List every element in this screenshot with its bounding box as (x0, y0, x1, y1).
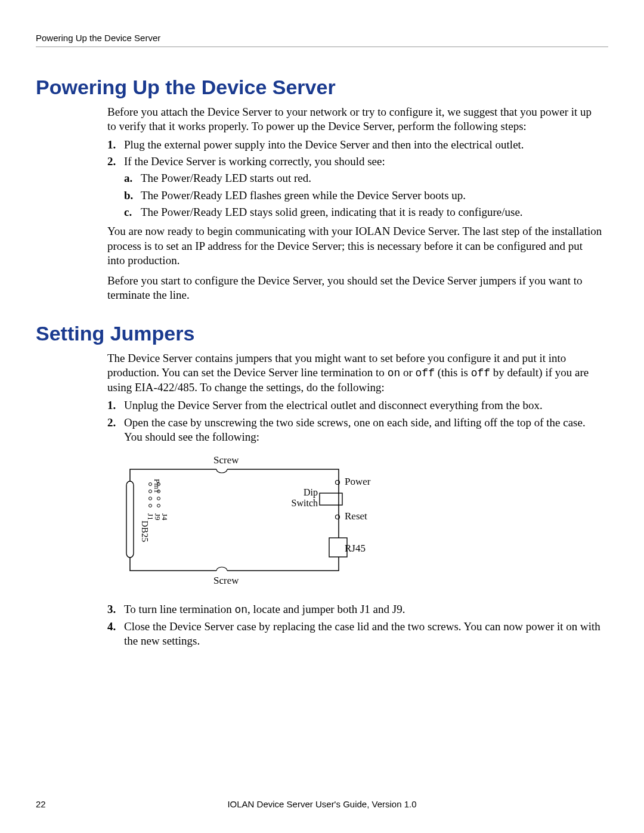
label-screw-bottom: Screw (213, 575, 239, 586)
svg-rect-2 (216, 569, 227, 572)
svg-point-5 (149, 490, 152, 493)
section1-steps: 1. Plug the external power supply into t… (107, 138, 602, 222)
label-dip: Dip (304, 487, 318, 498)
section2-body: The Device Server contains jumpers that … (107, 351, 602, 649)
label-switch: Switch (292, 498, 318, 508)
section2-steps: 1. Unplug the Device Server from the ele… (107, 398, 602, 444)
step2-lead: If the Device Server is working correctl… (124, 155, 385, 168)
board-diagram-svg: Screw Screw DB25 (124, 451, 374, 589)
svg-point-4 (149, 483, 152, 486)
list-text: Unplug the Device Server from the electr… (124, 398, 602, 413)
section1-step2a: a. The Power/Ready LED starts out red. (124, 171, 602, 185)
section2-step2: 2. Open the case by unscrewing the two s… (107, 416, 602, 445)
section1-step2b: b. The Power/Ready LED flashes green whi… (124, 188, 602, 203)
list-text: Open the case by unscrewing the two side… (124, 416, 602, 445)
list-marker: c. (124, 205, 141, 219)
label-reset: Reset (345, 510, 367, 522)
heading-setting-jumpers: Setting Jumpers (36, 322, 608, 345)
intro-part: (this is (435, 366, 471, 379)
section1-step2c: c. The Power/Ready LED stays solid green… (124, 205, 602, 219)
board-diagram: Screw Screw DB25 (124, 451, 602, 592)
section1-substeps: a. The Power/Ready LED starts out red. b… (124, 171, 602, 219)
svg-rect-1 (216, 468, 227, 470)
label-pin1: Pin1 (153, 479, 162, 493)
section1-outro2: Before you start to configure the Device… (107, 274, 602, 303)
label-rj45: RJ45 (345, 543, 366, 554)
section2-step1: 1. Unplug the Device Server from the ele… (107, 398, 602, 413)
list-text: The Power/Ready LED starts out red. (141, 171, 602, 185)
svg-point-11 (157, 504, 160, 507)
label-screw-top: Screw (213, 454, 239, 466)
code-on: on (388, 367, 401, 379)
page-number: 22 (36, 799, 107, 809)
list-marker: 2. (107, 154, 124, 222)
label-db25: DB25 (140, 521, 150, 542)
page-footer: 22 IOLAN Device Server User's Guide, Ver… (36, 799, 608, 809)
list-marker: a. (124, 171, 141, 185)
heading-powering-up: Powering Up the Device Server (36, 76, 608, 99)
section1-body: Before you attach the Device Server to y… (107, 105, 602, 303)
section1-outro1: You are now ready to begin communicating… (107, 224, 602, 268)
list-marker: 1. (107, 398, 124, 413)
step3-part: , locate and jumper both J1 and J9. (247, 603, 405, 615)
list-text: To turn line termination on, locate and … (124, 602, 602, 617)
list-text: Close the Device Server case by replacin… (124, 620, 602, 649)
label-power: Power (345, 476, 371, 487)
document-page: Powering Up the Device Server Powering U… (0, 0, 644, 833)
code-off: off (471, 367, 490, 379)
list-marker: 3. (107, 602, 124, 617)
footer-text: IOLAN Device Server User's Guide, Versio… (107, 799, 608, 809)
label-j4: J4 (160, 513, 169, 521)
section2-step3: 3. To turn line termination on, locate a… (107, 602, 602, 617)
svg-point-6 (149, 497, 152, 500)
section1-step1: 1. Plug the external power supply into t… (107, 138, 602, 152)
svg-point-10 (157, 497, 160, 500)
list-text: The Power/Ready LED stays solid green, i… (141, 205, 602, 219)
section1-step2: 2. If the Device Server is working corre… (107, 154, 602, 222)
step3-part: To turn line termination (124, 603, 234, 615)
list-marker: 4. (107, 620, 124, 649)
svg-point-7 (149, 504, 152, 507)
running-head: Powering Up the Device Server (36, 33, 608, 47)
list-text: If the Device Server is working correctl… (124, 154, 602, 222)
section2-intro: The Device Server contains jumpers that … (107, 351, 602, 395)
code-on: on (234, 604, 247, 616)
list-text: Plug the external power supply into the … (124, 138, 602, 152)
code-off: off (416, 367, 435, 379)
list-text: The Power/Ready LED flashes green while … (141, 188, 602, 203)
section2-steps-continued: 3. To turn line termination on, locate a… (107, 602, 602, 649)
list-marker: b. (124, 188, 141, 203)
list-marker: 2. (107, 416, 124, 445)
list-marker: 1. (107, 138, 124, 152)
intro-part: or (400, 366, 415, 379)
section2-step4: 4. Close the Device Server case by repla… (107, 620, 602, 649)
section1-intro: Before you attach the Device Server to y… (107, 105, 602, 134)
svg-rect-3 (126, 481, 134, 558)
